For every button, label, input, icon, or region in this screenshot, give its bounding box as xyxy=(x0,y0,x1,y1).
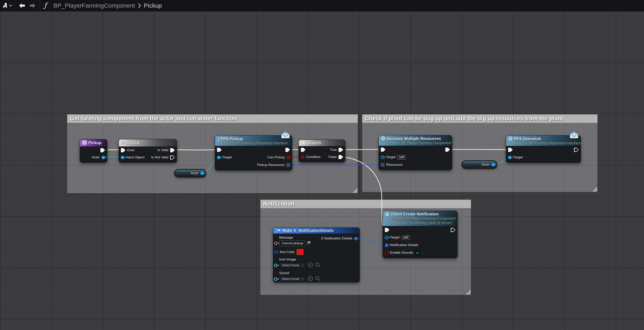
node-subtitle: Target is BP Player Farming Component xyxy=(391,216,456,221)
target-pin[interactable] xyxy=(385,236,388,239)
exec-out-pin[interactable] xyxy=(100,148,105,152)
pin-label: Input Object xyxy=(126,155,144,159)
interface-message-icon xyxy=(281,131,290,140)
exec-out-pin[interactable] xyxy=(445,148,450,152)
select-asset-dropdown[interactable]: Select Asset ∨ xyxy=(280,276,306,282)
target-pin[interactable] xyxy=(217,156,220,159)
is-not-valid-exec-out-pin[interactable] xyxy=(170,155,175,160)
localization-flag-icon[interactable] xyxy=(307,241,312,246)
interface-message-icon xyxy=(570,131,579,140)
text-color-pin[interactable] xyxy=(274,250,278,254)
input-object-pin[interactable] xyxy=(121,156,124,159)
back-arrow-button[interactable] xyxy=(19,3,25,8)
actor-out-pin[interactable] xyxy=(102,156,105,159)
wire-pickupresources-resources xyxy=(290,165,383,165)
exec-out-pin[interactable] xyxy=(574,148,579,152)
forward-arrow-button[interactable] xyxy=(29,3,36,8)
node-is-valid[interactable]: ? Is Valid Exec Is Valid Input Object Is… xyxy=(119,139,177,163)
map-pin[interactable] xyxy=(286,163,290,167)
select-asset-dropdown[interactable]: Select Asset ∨ xyxy=(280,263,306,268)
self-value-chip[interactable]: self xyxy=(401,235,410,240)
node-title: Branch xyxy=(307,141,321,145)
notification-details-pin[interactable] xyxy=(385,244,388,247)
true-exec-out-pin[interactable] xyxy=(338,148,343,152)
toolbar: ƒ BP_PlayerFarmingComponent Pickup xyxy=(0,0,644,11)
can-pickup-pin[interactable] xyxy=(286,156,290,159)
pin-label: Pickup Resources xyxy=(257,163,284,167)
pin-label: Condition xyxy=(306,155,320,159)
is-valid-exec-out-pin[interactable] xyxy=(170,148,175,152)
node-client-create-notification[interactable]: Client Create Notification Target is BP … xyxy=(383,211,458,258)
message-input[interactable]: Cannot pickup xyxy=(280,241,305,246)
node-increase-multiple-resources[interactable]: Increase Multiple Resources Target is BP… xyxy=(378,135,452,170)
toolbar-divider xyxy=(14,1,15,10)
exec-in-pin[interactable] xyxy=(121,148,126,152)
node-make-notification-details[interactable]: Make S_NotificationDetails S Notificatio… xyxy=(273,228,360,282)
node-title: Make S_NotificationDetails xyxy=(282,228,334,233)
node-subtitle: Target is BP Farming Placement Interface xyxy=(221,141,288,145)
node-pfs-demolish[interactable]: PFS Demolish Target is BP Farming Placem… xyxy=(506,135,581,163)
function-diamond-icon xyxy=(381,136,385,141)
branch-icon xyxy=(301,141,306,145)
condition-pin[interactable] xyxy=(301,155,304,159)
exec-in-pin[interactable] xyxy=(381,148,386,152)
notification-details-out-pin[interactable] xyxy=(354,237,358,240)
icon-image-pin[interactable] xyxy=(274,264,278,267)
enable-sounds-checkbox[interactable] xyxy=(415,250,420,255)
pin-label: Is Not Valid xyxy=(151,155,168,159)
sound-pin[interactable] xyxy=(274,277,278,281)
message-pin[interactable] xyxy=(274,242,278,245)
exec-out-pin[interactable] xyxy=(286,148,290,152)
event-entry-icon xyxy=(82,141,87,145)
pin-label: False xyxy=(328,155,337,159)
pin-label: Sound xyxy=(279,271,360,275)
node-subtitle: Target is BP Player Farming Component xyxy=(387,141,452,145)
node-subtitle: Target is BP Farming Placement Interface xyxy=(514,141,581,145)
make-struct-icon xyxy=(276,229,281,233)
exec-in-pin[interactable] xyxy=(217,148,222,152)
exec-in-pin[interactable] xyxy=(508,148,513,152)
pin-label: S Notification Details xyxy=(321,237,352,241)
exec-in-pin[interactable] xyxy=(385,228,390,232)
breadcrumb-root[interactable]: BP_PlayerFarmingComponent xyxy=(54,2,135,9)
node-title: Increase Multiple Resources xyxy=(387,136,452,141)
pin-label: Target xyxy=(222,155,232,159)
node-actor-variable[interactable]: Actor xyxy=(174,169,206,177)
function-icon: ƒ xyxy=(218,137,219,142)
node-subtitle: Replicated To Owning Client (if server) xyxy=(391,221,456,225)
pin-label: Enable Sounds xyxy=(390,251,413,255)
breadcrumb-chevron-icon xyxy=(138,3,141,8)
node-pickup[interactable]: Pickup Actor xyxy=(80,139,107,163)
chevron-down-icon: ∨ xyxy=(301,277,304,281)
wire-exec-branch-true-increase xyxy=(342,149,384,150)
browse-asset-icon[interactable] xyxy=(315,262,320,268)
use-selected-icon[interactable] xyxy=(308,276,313,282)
node-branch[interactable]: Branch True Condition False xyxy=(299,140,345,162)
actor-out-pin[interactable] xyxy=(492,163,495,166)
enable-sounds-pin[interactable] xyxy=(385,251,388,255)
chevron-down-icon[interactable] xyxy=(9,4,12,7)
target-pin[interactable] xyxy=(508,156,512,159)
use-selected-icon[interactable] xyxy=(308,262,313,268)
question-icon: ? xyxy=(121,140,124,146)
map-pin[interactable] xyxy=(381,163,384,167)
bookmark-icon[interactable] xyxy=(2,2,8,9)
pin-label: True xyxy=(330,148,337,152)
false-exec-out-pin[interactable] xyxy=(338,155,343,159)
toolbar-divider xyxy=(40,1,40,10)
exec-out-pin[interactable] xyxy=(451,228,456,232)
color-swatch[interactable] xyxy=(297,249,303,255)
exec-in-pin[interactable] xyxy=(301,148,306,152)
node-actor-variable[interactable]: Actor xyxy=(462,160,497,169)
browse-asset-icon[interactable] xyxy=(315,276,320,282)
node-title: Pickup xyxy=(88,141,102,145)
pin-label: Can Pickup xyxy=(268,155,285,159)
actor-out-pin[interactable] xyxy=(200,172,204,175)
breadcrumb-current[interactable]: Pickup xyxy=(144,2,162,9)
wire-exec-isvalid-pfspickup xyxy=(173,150,220,150)
node-pfs-pickup[interactable]: ƒ PFS Pickup Target is BP Farming Placem… xyxy=(215,135,292,170)
select-asset-label: Select Asset xyxy=(282,277,299,281)
self-value-chip[interactable]: self xyxy=(397,155,406,160)
target-pin[interactable] xyxy=(381,156,384,159)
function-diamond-icon xyxy=(508,137,512,141)
